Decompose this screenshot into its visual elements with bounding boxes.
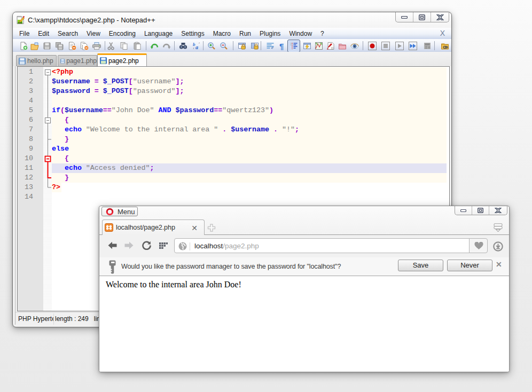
svg-text:D: D [331,46,334,50]
svg-text:¶: ¶ [279,42,284,50]
svg-text:a: a [195,44,198,50]
